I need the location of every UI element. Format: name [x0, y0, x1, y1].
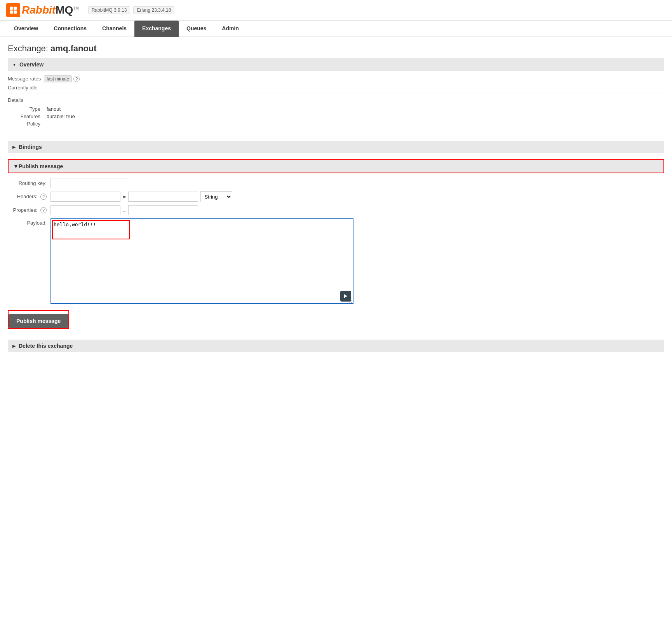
nav-overview[interactable]: Overview [6, 21, 46, 37]
page-title-prefix: Exchange: [8, 44, 50, 53]
routing-key-input[interactable] [50, 178, 128, 188]
payload-label: Payload: [8, 218, 50, 226]
overview-arrow-icon: ▼ [12, 63, 16, 67]
message-rates-help-icon[interactable]: ? [73, 76, 80, 82]
delete-arrow-icon: ▶ [12, 344, 16, 348]
divider-1 [8, 94, 664, 94]
page-title: Exchange: amq.fanout [8, 44, 664, 54]
publish-arrow-icon: ▼ [13, 163, 19, 169]
routing-key-label: Routing key: [8, 180, 50, 186]
headers-value-input[interactable] [128, 192, 198, 202]
message-rates-row: Message rates last minute ? [8, 75, 664, 82]
headers-label: Headers: ? [8, 194, 50, 200]
policy-label: Policy [8, 121, 47, 127]
headers-eq-sign: = [120, 194, 128, 200]
details-table: Type fanout Features durable: true Polic… [8, 106, 664, 127]
nav-exchanges[interactable]: Exchanges [134, 21, 179, 37]
bindings-section-label: Bindings [19, 144, 42, 150]
routing-key-row: Routing key: [8, 178, 664, 188]
publish-section-header[interactable]: ▼ Publish message [8, 159, 664, 173]
type-value: fanout [47, 106, 61, 112]
publish-section-body: Routing key: Headers: ? = String Number … [8, 173, 664, 333]
delete-section-label: Delete this exchange [19, 343, 73, 349]
rabbitmq-version: RabbitMQ 3.9.13 [88, 6, 131, 14]
svg-rect-1 [14, 7, 17, 10]
delete-section: ▶ Delete this exchange [8, 340, 664, 352]
nav-channels[interactable]: Channels [94, 21, 134, 37]
publish-section-label: Publish message [19, 163, 63, 169]
type-label: Type [8, 106, 47, 112]
logo-text: RabbitMQTM [22, 4, 79, 16]
svg-rect-2 [10, 10, 13, 14]
logo-icon [6, 3, 20, 17]
publish-section: ▼ Publish message Routing key: Headers: … [8, 159, 664, 333]
features-value: durable: true [47, 113, 75, 119]
headers-row: Headers: ? = String Number Boolean [8, 191, 664, 202]
payload-wrapper: hello,world!!! [50, 218, 353, 304]
exchange-name: amq.fanout [50, 44, 97, 53]
properties-help-icon[interactable]: ? [40, 207, 47, 213]
delete-section-header[interactable]: ▶ Delete this exchange [8, 340, 664, 352]
policy-row: Policy [8, 121, 664, 127]
svg-rect-0 [10, 7, 13, 10]
nav-connections[interactable]: Connections [46, 21, 94, 37]
details-label: Details [8, 97, 23, 103]
properties-row: Properties: ? = [8, 205, 664, 215]
idle-label: Currently idle [8, 85, 38, 91]
bindings-section-header[interactable]: ▶ Bindings [8, 141, 664, 153]
bindings-section: ▶ Bindings [8, 141, 664, 153]
bindings-arrow-icon: ▶ [12, 145, 16, 149]
headers-key-input[interactable] [50, 192, 120, 202]
overview-section: ▼ Overview Message rates last minute ? C… [8, 58, 664, 134]
features-row: Features durable: true [8, 113, 664, 119]
nav-admin[interactable]: Admin [214, 21, 247, 37]
details-row: Details [8, 97, 664, 103]
page-header: RabbitMQTM RabbitMQ 3.9.13 Erlang 23.3.4… [0, 0, 672, 21]
main-nav: Overview Connections Channels Exchanges … [0, 21, 672, 37]
idle-row: Currently idle [8, 85, 664, 91]
overview-section-body: Message rates last minute ? Currently id… [8, 71, 664, 134]
svg-rect-3 [14, 10, 17, 14]
svg-marker-4 [344, 294, 347, 298]
headers-type-select[interactable]: String Number Boolean [200, 191, 232, 202]
type-row: Type fanout [8, 106, 664, 112]
main-content: Exchange: amq.fanout ▼ Overview Message … [0, 37, 672, 365]
payload-textarea[interactable]: hello,world!!! [50, 218, 353, 304]
message-rates-badge[interactable]: last minute [44, 75, 72, 82]
properties-label: Properties: ? [8, 207, 50, 213]
properties-eq-sign: = [120, 208, 128, 213]
payload-submit-icon[interactable] [340, 291, 351, 302]
properties-key-input[interactable] [50, 205, 120, 215]
erlang-version: Erlang 23.3.4.18 [133, 6, 174, 14]
headers-help-icon[interactable]: ? [40, 194, 47, 200]
overview-section-label: Overview [19, 61, 44, 68]
nav-queues[interactable]: Queues [179, 21, 214, 37]
payload-row: Payload: hello,world!!! [8, 218, 664, 304]
overview-section-header[interactable]: ▼ Overview [8, 58, 664, 71]
properties-value-input[interactable] [128, 205, 198, 215]
publish-message-button[interactable]: Publish message [9, 314, 68, 328]
logo: RabbitMQTM [6, 3, 79, 17]
message-rates-label: Message rates [8, 76, 41, 82]
publish-button-wrapper: Publish message [8, 310, 69, 329]
features-label: Features [8, 113, 47, 119]
